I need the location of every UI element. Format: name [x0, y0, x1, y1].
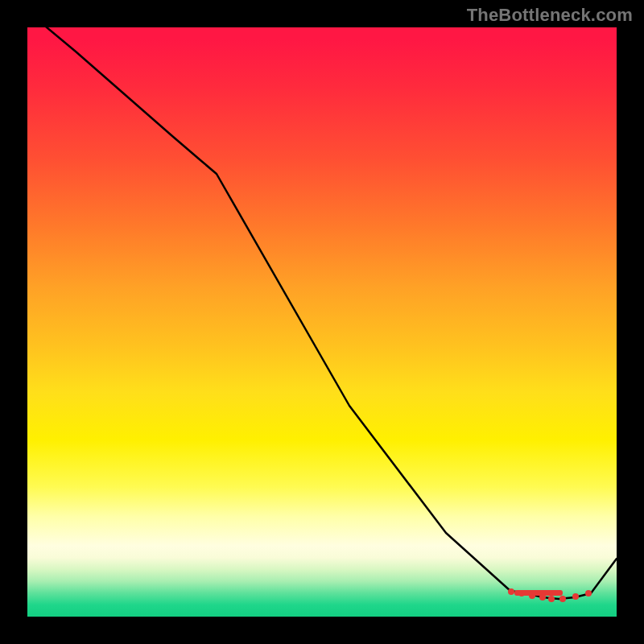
marker	[559, 596, 566, 602]
chart-line-layer	[27, 27, 617, 617]
chart-container: TheBottleneck.com	[0, 0, 644, 644]
marker	[585, 590, 592, 597]
marker	[572, 593, 579, 600]
marker	[508, 588, 514, 595]
marker	[548, 596, 555, 602]
marker-bar	[514, 590, 563, 596]
chart-plot-area	[27, 27, 617, 617]
chart-series-line	[27, 27, 617, 599]
watermark-text: TheBottleneck.com	[467, 5, 633, 26]
